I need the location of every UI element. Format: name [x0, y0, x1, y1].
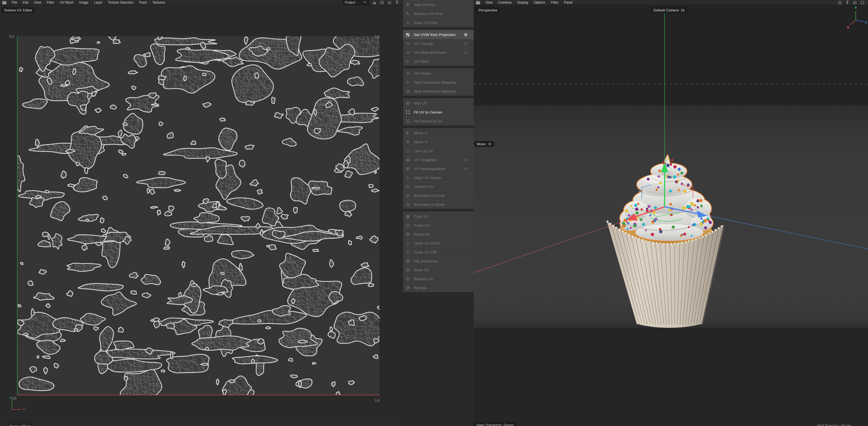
uv-menu-item-label: UV Weld — [414, 59, 429, 64]
uv-corner-label-11: 1,1 — [371, 35, 379, 38]
menubar-item-filter[interactable]: Filter — [44, 0, 57, 5]
uv-menu-group: Max UV Fit UV to Canvas Fit Canvas to UV — [403, 98, 474, 126]
menubar-item-view[interactable]: View — [31, 0, 44, 5]
menubar-item-file[interactable]: File — [9, 0, 20, 5]
project-dropdown[interactable]: Project — [343, 0, 369, 5]
frosting — [620, 155, 713, 241]
uv-menu-item-uv-rectangularize[interactable]: UV Rectangularize — [403, 164, 474, 173]
uv-menu-item-label: Add UV Pins — [414, 3, 435, 7]
uv-menu-item-label: Unstitch UV — [414, 185, 434, 189]
uv-menu-item-paste-uv[interactable]: Paste UV — [403, 221, 474, 230]
uv-menu-item-start-interactive-mapping[interactable]: Start Interactive Mapping — [403, 78, 474, 87]
rectangularize-icon — [406, 167, 410, 171]
uv-menu-item-remove-uv-pins[interactable]: Remove UV Pins — [403, 9, 474, 18]
uv-menu-item-label: Mirror V — [414, 140, 427, 144]
uv-menu-item-restore-uv[interactable]: Restore UV — [403, 274, 474, 283]
hamburger-menu-icon[interactable] — [2, 1, 6, 4]
hamburger-menu-icon[interactable] — [476, 1, 480, 4]
uv-menu-item-mirror-u[interactable]: Mirror U — [403, 128, 474, 138]
uv-menu-item-remap[interactable]: Remap... — [403, 283, 474, 292]
vp-menubar-item-display[interactable]: Display — [515, 0, 531, 5]
pin-remove-icon — [406, 12, 410, 16]
menubar-item-textures[interactable]: Textures — [150, 0, 168, 5]
gear-icon[interactable] — [463, 50, 468, 55]
uv-corner-label-00: 0,0 — [12, 396, 17, 400]
uv-menu-item-fit-uv-to-canvas[interactable]: Fit UV to Canvas — [403, 108, 474, 117]
gear-icon[interactable] — [463, 32, 468, 37]
zoom-dolly-icon[interactable] — [845, 0, 849, 5]
uv-menu-item-copy-uv[interactable]: Copy UV — [403, 212, 474, 221]
peeler-icon — [406, 71, 410, 75]
uv-menu-item-uv-unwrap[interactable]: UV Unwrap — [403, 39, 474, 48]
menubar-item-texture-selection[interactable]: Texture Selection — [105, 0, 136, 5]
uv-menu-item-line-up-uv[interactable]: Line Up UV — [403, 146, 474, 155]
vp-menubar-item-cameras[interactable]: Cameras — [495, 0, 515, 5]
vp-menubar-item-panel[interactable]: Panel — [561, 0, 576, 5]
vp-menubar-item-filter[interactable]: Filter — [548, 0, 561, 5]
uv-menu-item-mirror-v[interactable]: Mirror V — [403, 138, 474, 146]
vp-menubar-item-options[interactable]: Options — [531, 0, 548, 5]
axis-orientation-gizmo[interactable]: Y X Z — [843, 4, 867, 30]
horizon-dashed-line — [474, 84, 868, 85]
uv-menu-item-fit-canvas-to-uv[interactable]: Fit Canvas to UV — [403, 117, 474, 125]
menubar-item-uv-mesh[interactable]: UV Mesh — [57, 0, 76, 5]
pan-hand-icon[interactable] — [838, 0, 842, 5]
viewport-menu-items: ViewCamerasDisplayOptionsFilterPanel — [483, 0, 576, 5]
cupcake-model[interactable] — [605, 153, 728, 333]
uv-menu-item-label: Store UV — [414, 268, 429, 272]
straighten-icon — [406, 158, 410, 162]
reset-icon — [406, 232, 410, 236]
gear-icon[interactable] — [463, 41, 468, 46]
uv-menu-item-uv-straighten[interactable]: UV Straighten — [403, 155, 474, 164]
uv-menu-item-add-uv-pins[interactable]: Add UV Pins — [403, 0, 474, 9]
uv-menu-item-unstitch-uv[interactable]: Unstitch UV — [403, 182, 474, 191]
pan-hand-icon[interactable] — [387, 0, 392, 5]
uv-menu-item-cycle-uv-ccw[interactable]: Cycle UV CCW — [403, 239, 474, 248]
viewport-menubar: ViewCamerasDisplayOptionsFilterPanel — [474, 0, 868, 5]
uv-mesh-canvas[interactable] — [17, 36, 379, 395]
maximize-view-icon[interactable] — [860, 0, 865, 5]
vp-menubar-item-view[interactable]: View — [483, 0, 495, 5]
orbit-icon[interactable] — [853, 0, 857, 5]
pin-icon — [406, 3, 410, 7]
align-islands-icon — [406, 176, 410, 180]
uv-menu-item-clear-uv-pins[interactable]: Clear UV Pins — [403, 18, 474, 27]
stop-icon — [406, 89, 410, 93]
uv-menu-group: Mirror U Mirror V Line Up UV UV Straight… — [403, 128, 474, 209]
zoom-dolly-icon[interactable] — [395, 0, 399, 5]
uv-menu-item-align-uv-islands[interactable]: Align UV Islands — [403, 173, 474, 182]
gear-icon[interactable] — [463, 157, 468, 162]
uv-menu-item-cycle-uv-cw[interactable]: Cycle UV CW — [403, 248, 474, 256]
uv-menu-group: UV Peeler Start Interactive Mapping Stop… — [403, 68, 474, 96]
uv-menu-item-uv-weld[interactable]: UV Weld — [403, 57, 474, 66]
menubar-item-paint[interactable]: Paint — [136, 0, 149, 5]
gear-icon[interactable] — [463, 166, 468, 171]
uv-menu-item-max-uv[interactable]: Max UV — [403, 99, 474, 108]
unwrap-icon — [406, 41, 410, 46]
uv-menu-item-store-uv[interactable]: Store UV — [403, 266, 474, 274]
uv-menu-item-label: Stop Interactive Mapping — [414, 89, 455, 93]
active-tool-badge: Move — [474, 141, 494, 147]
uv-menu-item-label: Cycle UV CW — [414, 250, 437, 254]
grid-spacing-status: Grid Spacing : 50 cm — [817, 424, 851, 426]
copy-icon — [406, 214, 410, 219]
frame-dot-icon[interactable] — [380, 0, 384, 5]
uv-menu-item-uv-peeler[interactable]: UV Peeler — [403, 69, 474, 78]
menubar-item-layer[interactable]: Layer — [91, 0, 105, 5]
uv-menu-item-boundary-to-quad[interactable]: Boundary to Quad — [403, 200, 474, 209]
iron-icon — [406, 51, 410, 55]
uv-menu-item-boundary-to-circle[interactable]: Boundary to Circle — [403, 191, 474, 200]
uv-menu-item-label: Start Interactive Mapping — [414, 80, 456, 85]
menubar-item-edit[interactable]: Edit — [20, 0, 31, 5]
uv-menu-item-reset-uv[interactable]: Reset UV — [403, 230, 474, 239]
uv-menu-item-uv-weld-and-relax[interactable]: UV Weld and Relax — [403, 48, 474, 57]
tool-label: Move — [477, 142, 486, 146]
uv-menu-item-flip-sequence[interactable]: Flip Sequence — [403, 256, 474, 266]
camera-selector[interactable]: Default Camera — [651, 7, 687, 13]
histogram-icon[interactable] — [372, 0, 377, 5]
uv-commands-panel: Add UV Pins Remove UV Pins Clear UV Pins… — [403, 0, 474, 295]
uv-menu-item-set-uvw-from-projection[interactable]: Set UVW from Projection — [403, 30, 474, 39]
uv-editor-statusbar: Zoom: 100 % — [0, 422, 403, 426]
uv-menu-item-stop-interactive-mapping[interactable]: Stop Interactive Mapping — [403, 87, 474, 96]
menubar-item-image[interactable]: Image — [76, 0, 91, 5]
